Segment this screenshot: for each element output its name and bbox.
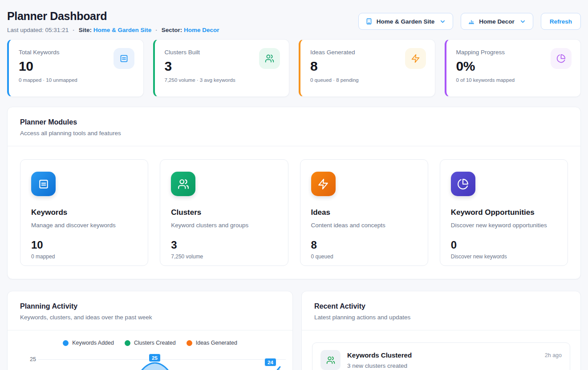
meta-separator: · bbox=[73, 27, 75, 33]
pie-chart-icon bbox=[451, 172, 475, 196]
stat-card-total-keywords: Total Keywords 10 0 mapped · 10 unmapped bbox=[7, 39, 144, 97]
activity-item-keywords-clustered[interactable]: Keywords Clustered 3 new clusters create… bbox=[312, 342, 570, 370]
legend-item-clusters-created[interactable]: Clusters Created bbox=[125, 340, 176, 346]
activity-item-timestamp: 2h ago bbox=[545, 350, 562, 358]
building-icon bbox=[365, 18, 373, 25]
legend-label: Ideas Generated bbox=[196, 340, 237, 346]
activity-item-description: 3 new clusters created bbox=[347, 362, 412, 369]
y-axis-tick-25: 25 bbox=[24, 356, 36, 362]
stat-caption: 0 mapped · 10 unmapped bbox=[19, 77, 134, 83]
recent-activity-list: Keywords Clustered 3 new clusters create… bbox=[302, 330, 580, 370]
module-value: 3 bbox=[171, 239, 277, 251]
module-card-clusters[interactable]: Clusters Keyword clusters and groups 3 7… bbox=[160, 159, 288, 266]
module-title: Clusters bbox=[171, 208, 277, 217]
activity-item-title: Keywords Clustered bbox=[347, 350, 412, 359]
document-icon bbox=[31, 172, 56, 196]
module-title: Keywords bbox=[31, 208, 137, 217]
site-meta: Site: Home & Garden Site bbox=[79, 27, 152, 33]
users-icon bbox=[259, 48, 280, 69]
bar-chart-icon bbox=[468, 18, 475, 25]
stat-card-clusters-built: Clusters Built 3 7,250 volume · 3 avg ke… bbox=[153, 39, 290, 97]
meta-separator: · bbox=[155, 27, 158, 33]
data-point-label-25: 25 bbox=[149, 354, 161, 362]
modules-panel-header: Planner Modules Access all planning tool… bbox=[8, 107, 580, 146]
site-link[interactable]: Home & Garden Site bbox=[93, 27, 152, 33]
bottom-row: Planning Activity Keywords, clusters, an… bbox=[7, 291, 581, 370]
module-caption: 0 queued bbox=[311, 253, 417, 260]
module-value: 0 bbox=[451, 239, 557, 251]
modules-panel-title: Planner Modules bbox=[20, 118, 568, 126]
module-value: 10 bbox=[31, 239, 137, 251]
module-title: Keyword Opportunities bbox=[451, 208, 557, 217]
users-icon bbox=[320, 350, 341, 370]
module-description: Manage and discover keywords bbox=[31, 222, 137, 229]
stat-card-mapping-progress: Mapping Progress 0% 0 of 10 keywords map… bbox=[445, 39, 581, 97]
planner-dashboard-page: Planner Dashboard Last updated: 05:31:21… bbox=[0, 0, 588, 370]
recent-activity-subtitle: Latest planning actions and updates bbox=[314, 314, 568, 321]
planning-activity-panel: Planning Activity Keywords, clusters, an… bbox=[7, 291, 293, 370]
module-description: Content ideas and concepts bbox=[311, 222, 417, 229]
sector-meta: Sector: Home Decor bbox=[162, 27, 219, 33]
module-card-keyword-opportunities[interactable]: Keyword Opportunities Discover new keywo… bbox=[440, 159, 568, 266]
users-icon bbox=[171, 172, 195, 196]
planner-modules-panel: Planner Modules Access all planning tool… bbox=[7, 107, 581, 279]
activity-item-body: Keywords Clustered 3 new clusters create… bbox=[347, 350, 412, 369]
header-left: Planner Dashboard Last updated: 05:31:21… bbox=[7, 10, 219, 33]
legend-label: Keywords Added bbox=[72, 340, 114, 346]
module-caption: 0 mapped bbox=[31, 253, 137, 260]
stat-caption: 0 queued · 8 pending bbox=[310, 77, 425, 83]
sector-selector-label: Home Decor bbox=[479, 18, 515, 25]
module-caption: Discover new keywords bbox=[451, 253, 557, 260]
modules-panel-subtitle: Access all planning tools and features bbox=[20, 130, 568, 137]
planning-activity-title: Planning Activity bbox=[20, 302, 280, 310]
module-title: Ideas bbox=[311, 208, 417, 217]
stat-card-ideas-generated: Ideas Generated 8 0 queued · 8 pending bbox=[299, 39, 435, 97]
last-updated-text: Last updated: 05:31:21 bbox=[7, 27, 69, 33]
planning-activity-header: Planning Activity Keywords, clusters, an… bbox=[8, 291, 292, 330]
zap-icon bbox=[311, 172, 336, 196]
legend-dot-green bbox=[125, 340, 130, 346]
legend-item-ideas-generated[interactable]: Ideas Generated bbox=[187, 340, 237, 346]
chart-legend: Keywords Added Clusters Created Ideas Ge… bbox=[8, 340, 292, 346]
legend-dot-orange bbox=[187, 340, 192, 346]
legend-label: Clusters Created bbox=[134, 340, 176, 346]
header-actions: Home & Garden Site Home Decor Refresh bbox=[358, 13, 581, 30]
document-icon bbox=[114, 48, 134, 69]
page-header: Planner Dashboard Last updated: 05:31:21… bbox=[7, 0, 581, 33]
site-selector-label: Home & Garden Site bbox=[377, 18, 435, 25]
recent-activity-title: Recent Activity bbox=[314, 302, 568, 310]
module-card-keywords[interactable]: Keywords Manage and discover keywords 10… bbox=[20, 159, 148, 266]
chevron-down-icon bbox=[439, 18, 446, 25]
keywords-added-area-curve bbox=[38, 349, 287, 370]
module-caption: 7,250 volume bbox=[171, 253, 277, 260]
data-point-label-24: 24 bbox=[264, 358, 276, 366]
module-description: Keyword clusters and groups bbox=[171, 222, 277, 229]
planning-activity-chart: 25 25 24 bbox=[8, 349, 292, 370]
planning-activity-subtitle: Keywords, clusters, and ideas over the p… bbox=[20, 314, 280, 321]
legend-dot-blue bbox=[63, 340, 69, 346]
refresh-button[interactable]: Refresh bbox=[541, 13, 581, 30]
modules-grid: Keywords Manage and discover keywords 10… bbox=[8, 146, 580, 279]
legend-item-keywords-added[interactable]: Keywords Added bbox=[63, 340, 114, 346]
stat-caption: 7,250 volume · 3 avg keywords bbox=[165, 77, 280, 83]
stats-row: Total Keywords 10 0 mapped · 10 unmapped… bbox=[7, 39, 581, 97]
module-value: 8 bbox=[311, 239, 417, 251]
recent-activity-panel: Recent Activity Latest planning actions … bbox=[301, 291, 581, 370]
page-title: Planner Dashboard bbox=[7, 10, 219, 23]
sector-selector-dropdown[interactable]: Home Decor bbox=[461, 13, 533, 30]
site-selector-dropdown[interactable]: Home & Garden Site bbox=[358, 13, 454, 30]
zap-icon bbox=[405, 48, 426, 69]
stat-caption: 0 of 10 keywords mapped bbox=[456, 77, 571, 83]
module-card-ideas[interactable]: Ideas Content ideas and concepts 8 0 que… bbox=[300, 159, 428, 266]
module-description: Discover new keyword opportunities bbox=[451, 222, 557, 229]
sector-link[interactable]: Home Decor bbox=[184, 27, 219, 33]
recent-activity-header: Recent Activity Latest planning actions … bbox=[302, 291, 580, 330]
chevron-down-icon bbox=[519, 18, 526, 25]
header-meta: Last updated: 05:31:21 · Site: Home & Ga… bbox=[7, 27, 219, 33]
pie-chart-icon bbox=[551, 48, 572, 69]
